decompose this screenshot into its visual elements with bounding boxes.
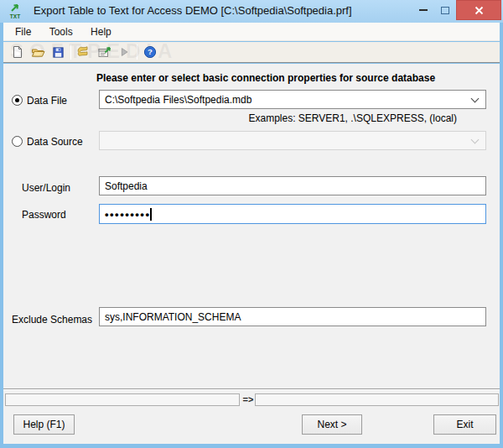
menu-bar: File Tools Help (3, 23, 500, 41)
data-file-label: Data File (27, 95, 67, 107)
text-caret (150, 208, 152, 221)
help-button[interactable]: Help (F1) (13, 414, 75, 435)
data-file-value: C:\Softpedia Files\Softpedia.mdb (100, 94, 472, 106)
data-source-combobox (99, 131, 486, 150)
save-icon[interactable] (48, 43, 68, 61)
minimize-button[interactable] (414, 0, 433, 20)
export-script-icon[interactable] (74, 43, 94, 61)
chevron-down-icon[interactable] (471, 94, 480, 102)
exit-button[interactable]: Exit (433, 414, 496, 435)
form-header: Please enter or select basic connection … (3, 72, 500, 84)
status-arrow: => (241, 394, 255, 404)
minimize-icon (419, 9, 428, 11)
toolbar: SOFTPEDIA (3, 42, 500, 63)
options-icon[interactable] (94, 43, 114, 61)
password-label: Password (22, 209, 66, 221)
data-source-radio[interactable] (12, 136, 23, 147)
connection-form: Please enter or select basic connection … (3, 64, 500, 444)
close-icon (474, 6, 484, 15)
help-icon[interactable]: ? (140, 43, 160, 61)
user-login-label: User/Login (22, 182, 70, 194)
next-button[interactable]: Next > (302, 414, 362, 435)
run-icon[interactable] (114, 43, 134, 61)
window-title: Export Table to Text for Access DEMO [C:… (34, 0, 352, 22)
toolbar-separator (137, 44, 137, 60)
data-file-combobox[interactable]: C:\Softpedia Files\Softpedia.mdb (99, 90, 486, 109)
menu-file[interactable]: File (8, 23, 39, 40)
user-login-input[interactable] (99, 176, 486, 195)
divider (3, 388, 500, 390)
chevron-down-icon (471, 135, 480, 143)
toolbar-separator (70, 44, 71, 60)
new-file-icon[interactable] (8, 43, 28, 61)
app-window: TXT Export Table to Text for Access DEMO… (0, 0, 503, 448)
status-panel-right (255, 393, 499, 406)
password-input[interactable]: ••••••••• (99, 204, 486, 224)
exclude-schemas-input[interactable] (99, 307, 486, 326)
exclude-schemas-label: Exclude Schemas (12, 314, 92, 326)
menu-help[interactable]: Help (83, 23, 119, 40)
help-glyph: ? (148, 47, 153, 56)
status-panel-left (5, 393, 240, 406)
examples-hint: Examples: SERVER1, .\SQLEXPRESS, (local) (248, 112, 457, 124)
data-source-label: Data Source (27, 136, 83, 148)
close-button[interactable] (456, 0, 501, 20)
data-file-radio[interactable] (12, 95, 23, 106)
menu-tools[interactable]: Tools (42, 23, 80, 40)
app-icon-label: TXT (10, 13, 20, 19)
open-file-icon[interactable] (28, 43, 48, 61)
maximize-button[interactable] (436, 0, 454, 20)
app-icon: TXT (7, 3, 23, 20)
password-masked-value: ••••••••• (105, 209, 150, 220)
maximize-icon (441, 7, 449, 14)
titlebar[interactable]: TXT Export Table to Text for Access DEMO… (0, 0, 503, 23)
